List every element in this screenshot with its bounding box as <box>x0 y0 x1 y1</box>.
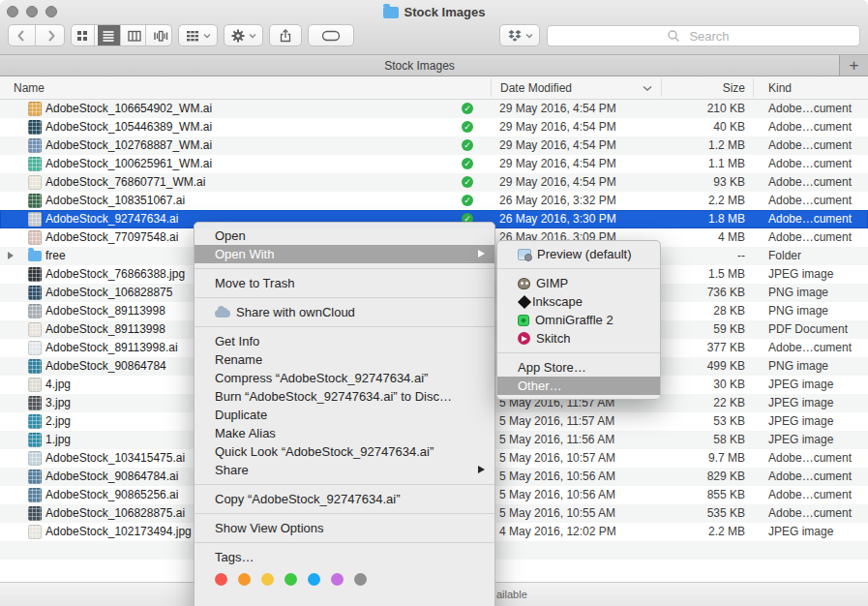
file-name: AdobeStock_76866388.jpg <box>45 265 185 284</box>
sync-check-icon <box>462 103 473 114</box>
menu-item-open-with[interactable]: Open With <box>195 245 494 263</box>
submenu-arrow-icon <box>478 466 485 473</box>
share-button[interactable] <box>269 24 302 46</box>
menu-item-label: App Store… <box>518 358 586 377</box>
file-kind: Adobe…cument <box>768 100 852 118</box>
tag-color-dot-0[interactable] <box>215 573 227 586</box>
column-header-kind[interactable]: Kind <box>768 81 792 95</box>
tag-color-dot-1[interactable] <box>238 573 251 586</box>
menu-item-open[interactable]: Open <box>195 227 494 245</box>
file-row[interactable]: AdobeStock_106654902_WM.ai29 May 2016, 4… <box>0 100 868 118</box>
menu-item-make-alias[interactable]: Make Alias <box>195 424 494 442</box>
menu-item-burn-adobestock-92747634-ai-to-disc[interactable]: Burn “AdobeStock_92747634.ai” to Disc… <box>195 387 494 406</box>
file-size: 210 KB <box>619 100 745 118</box>
list-view-button[interactable] <box>98 25 121 45</box>
menu-item-copy-adobestock-92747634-ai[interactable]: Copy “AdobeStock_92747634.ai” <box>195 490 494 508</box>
new-tab-button[interactable]: + <box>840 55 868 76</box>
menu-item-app-store[interactable]: App Store… <box>497 358 660 377</box>
menu-item-label: Rename <box>215 350 262 369</box>
menu-item-label: Share with ownCloud <box>236 303 355 321</box>
gear-icon <box>230 28 246 44</box>
menu-item-label: Move to Trash <box>215 274 294 292</box>
menu-item-rename[interactable]: Rename <box>195 350 494 369</box>
menu-item-inkscape[interactable]: Inkscape <box>497 292 660 311</box>
file-name: AdobeStock_106828875 <box>45 284 172 302</box>
file-date-modified: 5 May 2016, 11:57 AM <box>499 412 614 431</box>
file-kind: JPEG image <box>768 523 833 541</box>
menu-item-move-to-trash[interactable]: Move to Trash <box>195 274 494 292</box>
file-name: AdobeStock_106654902_WM.ai <box>45 100 212 118</box>
column-header-date-modified[interactable]: Date Modified <box>500 81 572 95</box>
column-header-name[interactable]: Name <box>14 81 45 95</box>
file-kind: PNG image <box>768 284 828 302</box>
back-button[interactable] <box>9 25 36 45</box>
file-name: AdobeStock_89113998 <box>45 320 165 339</box>
tag-color-dot-6[interactable] <box>354 573 367 586</box>
arrange-button[interactable] <box>178 24 218 46</box>
file-name: 3.jpg <box>45 394 71 412</box>
image-icon <box>28 304 42 318</box>
menu-item-omnigraffle-2[interactable]: OmniGraffle 2 <box>497 311 660 329</box>
file-kind: JPEG image <box>768 431 833 449</box>
tab-stock-images[interactable]: Stock Images <box>0 55 840 76</box>
menu-item-gimp[interactable]: GIMP <box>497 274 660 292</box>
disclosure-triangle-icon[interactable] <box>8 252 14 259</box>
tag-color-dot-4[interactable] <box>308 573 320 586</box>
menu-item-duplicate[interactable]: Duplicate <box>195 406 494 424</box>
tab-label: Stock Images <box>384 59 455 73</box>
column-divider[interactable] <box>753 78 754 97</box>
menu-item-show-view-options[interactable]: Show View Options <box>195 519 494 537</box>
document-icon <box>28 194 42 208</box>
file-row[interactable]: AdobeStock_102768887_WM.ai29 May 2016, 4… <box>0 136 868 155</box>
menu-item-preview-default[interactable]: Preview (default) <box>497 245 660 263</box>
column-view-button[interactable] <box>124 25 147 45</box>
grid-view-icon <box>75 28 90 44</box>
context-menu: OpenOpen WithMove to TrashShare with own… <box>194 222 495 606</box>
file-kind: Adobe…cument <box>768 504 852 523</box>
file-row[interactable]: AdobeStock_100625961_WM.ai29 May 2016, 4… <box>0 155 868 173</box>
menu-item-tags[interactable]: Tags… <box>195 548 494 566</box>
view-switcher <box>71 24 172 46</box>
search-input[interactable] <box>547 25 860 46</box>
preview-app-icon <box>518 249 531 260</box>
column-header-size[interactable]: Size <box>619 81 745 95</box>
menu-item-get-info[interactable]: Get Info <box>195 332 494 350</box>
forward-button[interactable] <box>39 25 65 45</box>
icon-view-button[interactable] <box>72 25 95 45</box>
file-row[interactable]: AdobeStock_108351067.ai26 May 2016, 3:32… <box>0 192 868 210</box>
column-divider[interactable] <box>491 78 492 97</box>
column-divider[interactable] <box>661 78 662 97</box>
tag-color-dot-2[interactable] <box>261 573 274 586</box>
menu-separator <box>195 297 494 298</box>
tag-colors-row <box>195 566 494 595</box>
tag-color-dot-5[interactable] <box>331 573 344 586</box>
menu-item-skitch[interactable]: Skitch <box>497 329 660 348</box>
tag-color-dot-3[interactable] <box>284 573 297 586</box>
menu-item-share[interactable]: Share <box>195 461 494 479</box>
file-name: AdobeStock_106828875.ai <box>45 504 185 523</box>
cloud-icon <box>215 310 230 318</box>
file-kind: PDF Document <box>768 320 848 339</box>
menu-separator <box>195 542 494 543</box>
document-icon <box>28 157 42 171</box>
file-size: 93 KB <box>619 173 745 192</box>
window-title-text: Stock Images <box>404 5 486 19</box>
menu-item-label: Share <box>215 461 249 479</box>
file-row[interactable]: AdobeStock_76860771_WM.ai29 May 2016, 4:… <box>0 173 868 192</box>
menu-item-other[interactable]: Other… <box>497 377 660 395</box>
column-view-icon <box>127 28 142 44</box>
image-icon <box>28 286 42 300</box>
tab-bar: Stock Images + <box>0 55 868 76</box>
menu-item-quick-look-adobestock-92747634-ai[interactable]: Quick Look “AdobeStock_92747634.ai” <box>195 442 494 461</box>
action-button[interactable] <box>224 24 263 46</box>
menu-item-compress-adobestock-92747634-ai[interactable]: Compress “AdobeStock_92747634.ai” <box>195 369 494 387</box>
dropbox-button[interactable] <box>499 24 540 46</box>
file-kind: JPEG image <box>768 394 833 412</box>
file-kind: PNG image <box>768 357 828 376</box>
edit-tags-button[interactable] <box>308 24 354 46</box>
menu-item-share-with-owncloud[interactable]: Share with ownCloud <box>195 303 494 321</box>
search-icon <box>667 29 680 43</box>
file-row[interactable]: AdobeStock_105446389_WM.ai29 May 2016, 4… <box>0 118 868 136</box>
coverflow-view-button[interactable] <box>149 25 171 45</box>
tag-icon <box>321 29 341 43</box>
